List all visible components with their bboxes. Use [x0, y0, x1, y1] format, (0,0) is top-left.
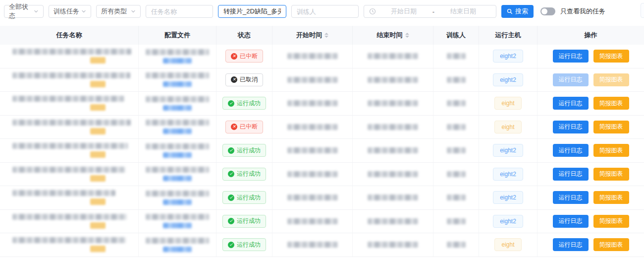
status-cell: ✕ 已中断	[216, 116, 272, 139]
clock-icon	[369, 8, 376, 15]
report-chart-button[interactable]: 简报图表	[593, 144, 629, 157]
start-time-blur	[287, 124, 338, 130]
status-icon: ✕	[231, 76, 237, 83]
config-link-blur[interactable]	[163, 152, 192, 158]
status-badge: ✕ 已中断	[225, 121, 263, 133]
host-badge: eight2	[493, 215, 523, 228]
status-badge: ✓ 运行成功	[222, 191, 266, 204]
chevron-down-icon	[131, 9, 136, 14]
trainer-blur	[447, 195, 466, 200]
host-cell: eight2	[479, 163, 537, 186]
category-select[interactable]: 所有类型	[96, 5, 141, 18]
trainer-cell	[433, 210, 479, 233]
host-badge: eight	[494, 238, 521, 251]
task-name-blur	[12, 49, 131, 55]
report-chart-button[interactable]: 简报图表	[593, 191, 629, 204]
date-range-picker[interactable]: 开始日期 - 结束日期	[364, 5, 496, 18]
task-type-select[interactable]: 训练任务	[49, 5, 91, 18]
search-button[interactable]: 搜索	[501, 5, 534, 18]
host-badge: eight2	[493, 191, 523, 204]
config-file-blur	[146, 72, 209, 78]
config-link-blur[interactable]	[163, 247, 192, 252]
report-chart-button[interactable]: 简报图表	[593, 168, 629, 181]
run-log-button[interactable]: 运行日志	[553, 144, 589, 157]
status-cell: ✕ 已中断	[216, 45, 272, 68]
trainer-blur	[447, 100, 466, 106]
config-link-blur[interactable]	[163, 81, 192, 87]
task-tag-blur	[90, 81, 106, 87]
run-log-button[interactable]: 运行日志	[553, 50, 589, 63]
run-log-button[interactable]: 运行日志	[553, 168, 589, 181]
config-file-blur	[146, 167, 209, 173]
status-cell: ✓ 运行成功	[216, 186, 272, 209]
task-name-input[interactable]	[146, 5, 213, 18]
table-row: ✓ 运行成功 eight2 运行日志 简报图表	[0, 210, 644, 234]
run-log-button[interactable]: 运行日志	[553, 121, 589, 133]
config-link-blur[interactable]	[163, 199, 192, 205]
config-link-blur[interactable]	[163, 129, 192, 134]
report-chart-button[interactable]: 简报图表	[593, 238, 629, 251]
model-name-input[interactable]	[218, 5, 286, 18]
status-label: 已中断	[240, 123, 258, 131]
status-cell: ✓ 运行成功	[216, 163, 272, 186]
date-separator: -	[431, 8, 435, 15]
task-name-cell	[0, 45, 139, 68]
config-link-blur[interactable]	[163, 223, 192, 228]
report-chart-button[interactable]: 简报图表	[593, 121, 629, 133]
host-cell: eight2	[479, 186, 537, 209]
task-name-cell	[0, 233, 139, 257]
column-header-config-file: 配置文件	[139, 26, 216, 45]
status-icon: ✓	[228, 242, 234, 248]
config-link-blur[interactable]	[163, 58, 192, 64]
status-label: 运行成功	[237, 194, 261, 202]
run-log-button[interactable]: 运行日志	[553, 191, 589, 204]
config-link-blur[interactable]	[163, 176, 192, 181]
start-time-cell	[272, 186, 353, 209]
trainer-input[interactable]	[291, 5, 359, 18]
task-name-blur	[12, 237, 126, 243]
trainer-blur	[447, 171, 466, 177]
task-tag-blur	[90, 246, 106, 252]
search-button-label: 搜索	[515, 7, 528, 16]
status-label: 运行成功	[237, 217, 261, 225]
run-log-button[interactable]: 运行日志	[553, 73, 589, 86]
status-badge: ✓ 运行成功	[222, 144, 266, 157]
report-chart-button[interactable]: 简报图表	[593, 97, 629, 110]
status-icon: ✕	[231, 124, 237, 130]
host-cell: eight2	[479, 45, 537, 68]
report-chart-button[interactable]: 简报图表	[593, 73, 629, 86]
trainer-cell	[433, 92, 479, 115]
column-header-host: 运行主机	[479, 26, 537, 45]
end-time-cell	[353, 210, 433, 233]
column-header-start-time: 开始时间	[272, 26, 353, 45]
run-log-button[interactable]: 运行日志	[553, 238, 589, 251]
host-badge: eight2	[493, 144, 523, 157]
host-cell: eight2	[479, 210, 537, 233]
status-label: 运行成功	[237, 170, 261, 178]
task-name-blur	[12, 167, 125, 173]
column-header-status: 状态	[216, 26, 272, 45]
report-chart-button[interactable]: 简报图表	[593, 50, 629, 63]
table-row: ✓ 运行成功 eight2 运行日志 简报图表	[0, 139, 644, 163]
sort-icon[interactable]	[405, 33, 409, 38]
end-time-blur	[368, 124, 418, 130]
report-chart-button[interactable]: 简报图表	[593, 215, 629, 228]
start-time-cell	[272, 116, 353, 139]
run-log-button[interactable]: 运行日志	[553, 215, 589, 228]
status-icon: ✓	[228, 100, 234, 107]
config-link-blur[interactable]	[163, 105, 192, 111]
only-my-tasks-toggle[interactable]	[540, 7, 555, 15]
status-filter-select[interactable]: 全部状态	[4, 5, 44, 18]
status-cell: ✓ 运行成功	[216, 92, 272, 115]
end-time-blur	[368, 218, 418, 224]
trainer-cell	[433, 233, 479, 257]
status-icon: ✓	[228, 195, 234, 201]
end-time-blur	[368, 53, 418, 59]
sort-icon[interactable]	[324, 33, 328, 38]
start-time-cell	[272, 210, 353, 233]
actions-cell: 运行日志 简报图表	[537, 210, 644, 233]
trainer-cell	[433, 116, 479, 139]
run-log-button[interactable]: 运行日志	[553, 97, 589, 110]
end-time-cell	[353, 139, 433, 162]
actions-cell: 运行日志 简报图表	[537, 163, 644, 186]
